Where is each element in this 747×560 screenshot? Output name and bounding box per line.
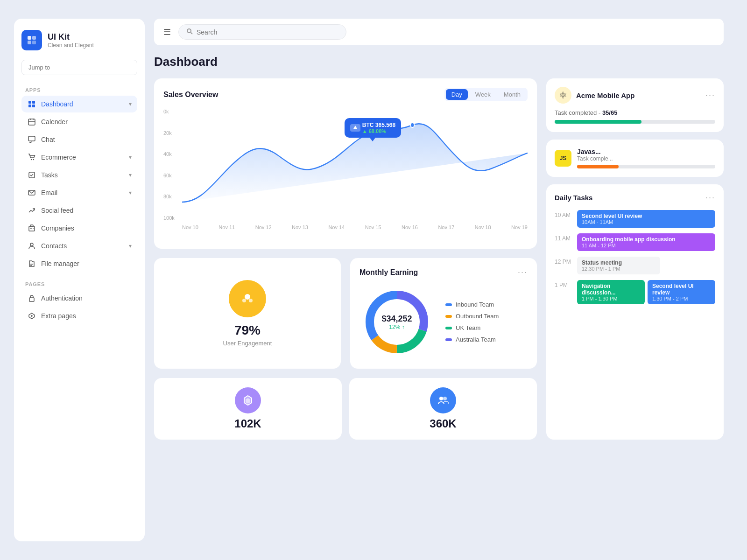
logo-area: UI Kit Clean and Elegant (21, 30, 137, 50)
event-title-1: Second level UI review (582, 213, 711, 219)
event-time-4: 1 PM - 1.30 PM (582, 296, 640, 301)
stat-icon-blue (430, 387, 456, 413)
svg-rect-7 (32, 105, 35, 107)
sidebar-item-authentication[interactable]: Authentication (21, 290, 137, 307)
svg-point-29 (187, 29, 191, 33)
sidebar-item-social-feed[interactable]: Social feed (21, 202, 137, 219)
authentication-icon (27, 294, 36, 302)
monthly-earning-card: Monthly Earning ··· (350, 258, 537, 369)
monthly-value: $34,252 (381, 314, 412, 324)
time-slot-1pm: 1 PM Navigation discussion... 1 PM - 1.3… (555, 280, 715, 304)
legend-outbound-label: Outbound Team (456, 313, 499, 320)
main-grid: Sales Overview Day Week Month 100k80k60k… (154, 78, 724, 440)
stat-icon-purple (235, 387, 261, 413)
events-10am: Second level UI review 10AM - 11AM (577, 210, 715, 228)
monthly-change: 12% ↑ (381, 324, 412, 330)
apps-section: APPS Dashboard ▾ (21, 83, 137, 273)
time-label-11am: 11 AM (555, 233, 573, 242)
svg-point-44 (443, 397, 447, 400)
monthly-earning-menu[interactable]: ··· (518, 267, 528, 277)
tooltip-value: BTC 365.568 (362, 122, 395, 128)
svg-point-22 (30, 243, 33, 246)
ecommerce-label: Ecommerce (41, 154, 76, 161)
sidebar-item-ecommerce[interactable]: Ecommerce ▾ (21, 149, 137, 166)
tab-month[interactable]: Month (498, 89, 526, 100)
logo-text: UI Kit Clean and Elegant (48, 32, 94, 49)
event-ui-review-1: Second level UI review 10AM - 11AM (577, 210, 715, 228)
stat-card-360k: 360K (349, 378, 537, 440)
legend-uk-label: UK Team (456, 324, 480, 331)
bottom-row: 79% User Engagement Monthly Earning ··· (154, 258, 537, 369)
event-ui-review-2: Second level UI review 1.30 PM - 2 PM (648, 280, 715, 304)
legend-inbound-label: Inbound Team (456, 301, 494, 308)
event-title-2: Onboarding mobile app discussion (582, 236, 711, 243)
js-task-card: JS Javas... Task comple... (546, 140, 724, 177)
tasks-icon (27, 171, 36, 179)
events-1pm: Navigation discussion... 1 PM - 1.30 PM … (577, 280, 715, 304)
events-12pm: Status meeting 12.30 PM - 1 PM (577, 257, 715, 274)
svg-rect-8 (28, 119, 35, 125)
search-input[interactable] (197, 28, 338, 36)
ecommerce-chevron: ▾ (129, 154, 132, 161)
sidebar-item-calender[interactable]: Calender (21, 113, 137, 130)
svg-rect-2 (28, 41, 31, 44)
main-content: ☰ Dashboard Sales Overview (145, 19, 733, 541)
js-task-progress: Task comple... (577, 155, 715, 162)
event-title-5: Second level UI review (652, 283, 711, 296)
event-time-1: 10AM - 11AM (582, 219, 711, 225)
authentication-label: Authentication (41, 294, 83, 302)
js-icon: JS (555, 150, 571, 167)
sidebar-search-input[interactable] (21, 60, 137, 75)
sidebar-item-extra-pages[interactable]: Extra pages (21, 308, 137, 324)
page-title: Dashboard (154, 55, 724, 69)
file-manager-icon (27, 260, 36, 267)
time-label-10am: 10 AM (555, 210, 573, 218)
acme-progress-label: Task completed - 35/65 (555, 109, 715, 116)
tab-week[interactable]: Week (470, 89, 496, 100)
sales-overview-title: Sales Overview (163, 91, 218, 99)
sidebar-item-companies[interactable]: Companies (21, 220, 137, 237)
acme-task-card: ⚛ Acme Mobile App ··· Task completed - 3… (546, 78, 724, 132)
svg-rect-0 (28, 36, 31, 40)
svg-point-32 (410, 123, 414, 127)
svg-point-14 (33, 159, 34, 160)
tasks-label: Tasks (41, 171, 58, 179)
search-icon (186, 28, 193, 36)
sidebar-item-email[interactable]: Email ▾ (21, 184, 137, 201)
time-label-12pm: 12 PM (555, 257, 573, 265)
sidebar-item-tasks[interactable]: Tasks ▾ (21, 167, 137, 183)
sidebar: UI Kit Clean and Elegant APPS (14, 19, 145, 541)
sidebar-item-file-manager[interactable]: File manager (21, 255, 137, 272)
acme-task-menu[interactable]: ··· (705, 91, 715, 100)
daily-tasks-menu[interactable]: ··· (705, 193, 715, 203)
tooltip-change: ▲ 68.08% (362, 128, 395, 134)
sidebar-item-contacts[interactable]: Contacts ▾ (21, 238, 137, 254)
event-navigation: Navigation discussion... 1 PM - 1.30 PM (577, 280, 645, 304)
tasks-chevron: ▾ (129, 172, 132, 178)
js-progress-bar (577, 165, 715, 168)
tab-day[interactable]: Day (446, 89, 468, 100)
donut-chart: $34,252 12% ↑ (359, 285, 434, 359)
hamburger-icon[interactable]: ☰ (163, 27, 171, 37)
legend-outbound: Outbound Team (445, 313, 499, 320)
legend-uk: UK Team (445, 324, 499, 331)
svg-line-30 (191, 33, 193, 35)
contacts-chevron: ▾ (129, 243, 132, 249)
apps-section-label: APPS (25, 87, 134, 93)
search-bar[interactable] (178, 24, 346, 40)
svg-point-33 (245, 294, 250, 300)
stat-card-102k: 102K (154, 378, 342, 440)
sidebar-item-chat[interactable]: Chat (21, 131, 137, 148)
sales-chart: 100k80k60k40k20k0k BTC 365.56 (163, 109, 528, 239)
svg-marker-31 (353, 126, 357, 129)
event-time-3: 12.30 PM - 1 PM (582, 266, 655, 272)
js-progress-fill (577, 165, 619, 168)
companies-icon (27, 224, 36, 232)
app-logo-icon (21, 30, 42, 50)
event-status-meeting: Status meeting 12.30 PM - 1 PM (577, 257, 660, 274)
right-panel: ⚛ Acme Mobile App ··· Task completed - 3… (546, 78, 724, 440)
calender-icon (27, 118, 36, 126)
daily-tasks-card: Daily Tasks ··· 10 AM Second level UI re… (546, 184, 724, 440)
extra-pages-label: Extra pages (41, 312, 76, 320)
sidebar-item-dashboard[interactable]: Dashboard ▾ (21, 96, 137, 112)
